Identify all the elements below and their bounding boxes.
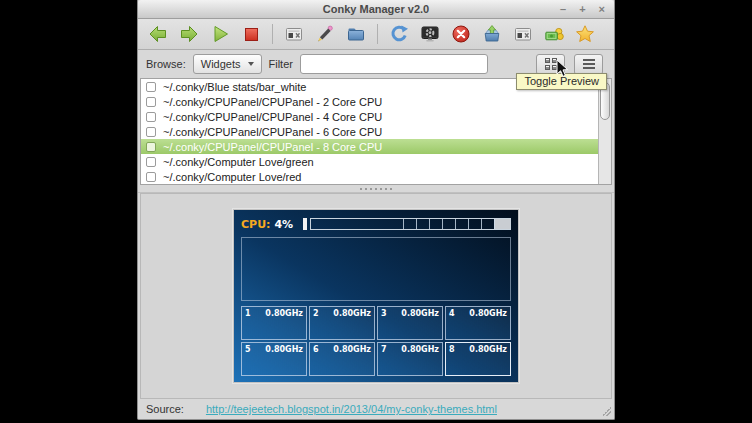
- theme-label: ~/.conky/CPUPanel/CPUPanel - 4 Core CPU: [163, 111, 382, 123]
- theme-label: ~/.conky/Blue stats/bar_white: [163, 81, 306, 93]
- previous-button[interactable]: [148, 24, 168, 44]
- source-label: Source:: [146, 403, 184, 415]
- view-toggle-group: [536, 54, 603, 75]
- cpu-bar-track: [310, 218, 511, 230]
- theme-checkbox[interactable]: [146, 82, 156, 92]
- grid-icon: [545, 58, 557, 70]
- splitter-handle[interactable]: [138, 185, 614, 193]
- window-x-icon: [284, 24, 304, 44]
- core-number: 5: [245, 345, 251, 354]
- maximize-button[interactable]: +: [579, 4, 585, 15]
- theme-row[interactable]: ~/.conky/CPUPanel/CPUPanel - 6 Core CPU: [141, 124, 611, 139]
- toggle-list-button[interactable]: [574, 54, 603, 75]
- core-cell: 60.80GHz: [309, 342, 375, 376]
- cpu-bar-segment: [481, 219, 494, 229]
- window-title: Conky Manager v2.0: [323, 3, 429, 15]
- widget-header: CPU: 4%: [241, 216, 511, 232]
- filter-label: Filter: [269, 58, 293, 70]
- cpu-bar-fill: [303, 218, 307, 230]
- core-grid: 10.80GHz20.80GHz30.80GHz40.80GHz50.80GHz…: [241, 306, 511, 376]
- browse-dropdown[interactable]: Widgets: [193, 54, 262, 74]
- theme-checkbox[interactable]: [146, 112, 156, 122]
- theme-row[interactable]: ~/.conky/Computer Love/green: [141, 154, 611, 169]
- close-app-button[interactable]: [451, 24, 471, 44]
- filter-input[interactable]: [300, 54, 488, 74]
- titlebar[interactable]: Conky Manager v2.0 – + ×: [138, 0, 614, 19]
- minimize-button[interactable]: –: [560, 4, 566, 15]
- preview-panel: CPU: 4% 10.80GHz20.80GHz30.80GHz40.80GHz…: [140, 193, 612, 399]
- cpu-bar-segment: [468, 219, 481, 229]
- core-number: 8: [449, 345, 455, 354]
- cpu-bar-segment: [494, 219, 510, 229]
- theme-checkbox[interactable]: [146, 157, 156, 167]
- cpu-bar: [303, 218, 511, 230]
- monitor-gear-icon: [420, 24, 440, 44]
- core-number: 6: [313, 345, 319, 354]
- browse-dropdown-value: Widgets: [201, 58, 241, 70]
- core-frequency: 0.80GHz: [265, 309, 303, 318]
- core-frequency: 0.80GHz: [469, 309, 507, 318]
- arrow-right-icon: [179, 24, 199, 44]
- cpu-bar-segment: [403, 219, 416, 229]
- donate-button[interactable]: [544, 24, 564, 44]
- theme-row[interactable]: ~/.conky/CPUPanel/CPUPanel - 4 Core CPU: [141, 109, 611, 124]
- browse-label: Browse:: [146, 58, 186, 70]
- about-button[interactable]: [575, 24, 595, 44]
- theme-label: ~/.conky/CPUPanel/CPUPanel - 6 Core CPU: [163, 126, 382, 138]
- folder-icon: [346, 24, 366, 44]
- refresh-icon: [389, 24, 409, 44]
- stop-icon: [241, 24, 261, 44]
- core-number: 4: [449, 309, 455, 318]
- cpu-graph-area: [241, 237, 511, 301]
- theme-row[interactable]: ~/.conky/CPUPanel/CPUPanel - 8 Core CPU: [141, 139, 611, 154]
- mouse-cursor-icon: [556, 59, 569, 78]
- cpu-label: CPU:: [241, 218, 270, 231]
- arrow-left-icon: [148, 24, 168, 44]
- core-cell: 50.80GHz: [241, 342, 307, 376]
- theme-row[interactable]: ~/.conky/CPUPanel/CPUPanel - 2 Core CPU: [141, 94, 611, 109]
- edit-widget-button[interactable]: [315, 24, 335, 44]
- core-cell: 80.80GHz: [445, 342, 511, 376]
- core-cell: 70.80GHz: [377, 342, 443, 376]
- core-cell: 30.80GHz: [377, 306, 443, 340]
- core-frequency: 0.80GHz: [265, 345, 303, 354]
- core-number: 2: [313, 309, 319, 318]
- cpu-value: 4%: [274, 218, 293, 231]
- list-icon: [583, 57, 595, 71]
- toolbar-separator: [272, 24, 273, 44]
- conky-manager-window: Conky Manager v2.0 – + ×: [137, 0, 615, 420]
- chevron-down-icon: [248, 62, 254, 66]
- open-folder-button[interactable]: [346, 24, 366, 44]
- core-number: 3: [381, 309, 387, 318]
- core-number: 7: [381, 345, 387, 354]
- import-theme-pack-button[interactable]: [482, 24, 502, 44]
- money-icon: [544, 24, 564, 44]
- core-cell: 40.80GHz: [445, 306, 511, 340]
- core-frequency: 0.80GHz: [469, 345, 507, 354]
- toolbar-right-group: [513, 24, 595, 44]
- close-button[interactable]: ×: [599, 4, 605, 15]
- list-scrollbar[interactable]: [598, 79, 611, 184]
- kill-conky-button[interactable]: [284, 24, 304, 44]
- stop-widget-button[interactable]: [241, 24, 261, 44]
- generate-previews-button[interactable]: [513, 24, 533, 44]
- play-icon: [210, 24, 230, 44]
- theme-row[interactable]: ~/.conky/Computer Love/red: [141, 169, 611, 184]
- core-number: 1: [245, 309, 251, 318]
- source-link[interactable]: http://teejeetech.blogspot.in/2013/04/my…: [206, 403, 497, 415]
- theme-checkbox[interactable]: [146, 127, 156, 137]
- star-icon: [575, 24, 595, 44]
- cpu-bar-segment: [455, 219, 468, 229]
- refresh-button[interactable]: [389, 24, 409, 44]
- core-frequency: 0.80GHz: [333, 345, 371, 354]
- theme-checkbox[interactable]: [146, 172, 156, 182]
- resize-grip-icon[interactable]: [602, 407, 611, 416]
- core-frequency: 0.80GHz: [401, 345, 439, 354]
- window-x-icon: [513, 24, 533, 44]
- theme-checkbox[interactable]: [146, 142, 156, 152]
- toolbar-separator: [377, 24, 378, 44]
- theme-checkbox[interactable]: [146, 97, 156, 107]
- next-button[interactable]: [179, 24, 199, 44]
- start-widget-button[interactable]: [210, 24, 230, 44]
- desktop-settings-button[interactable]: [420, 24, 440, 44]
